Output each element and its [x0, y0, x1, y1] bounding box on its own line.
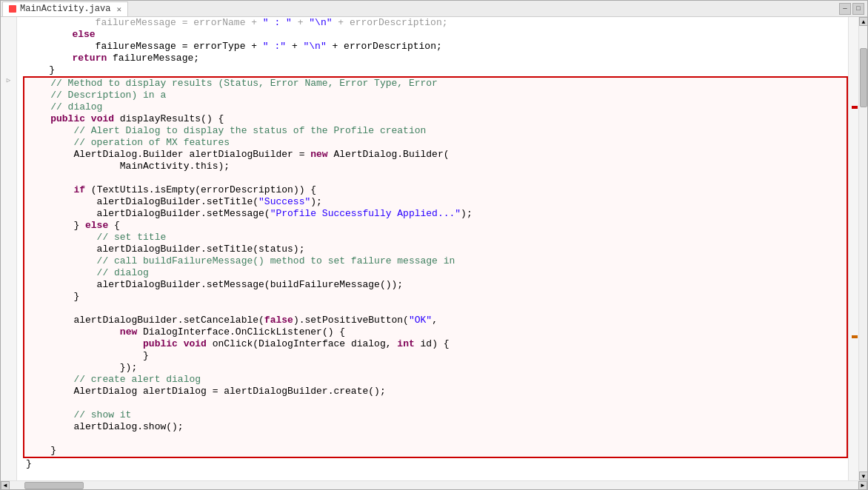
- code-line: public void onClick(DialogInterface dial…: [24, 338, 847, 350]
- code-area[interactable]: failureMessage = errorName + " : " + "\n…: [17, 17, 848, 480]
- code-line: MainActivity.this);: [24, 161, 847, 172]
- scroll-up-button[interactable]: ▲: [859, 17, 867, 26]
- code-line: new DialogInterface.OnClickListener() {: [24, 326, 847, 338]
- highlighted-code-block: // Method to display results (Status, Er…: [23, 76, 848, 458]
- code-line: // dialog: [24, 267, 847, 279]
- code-line: } else {: [24, 220, 847, 232]
- scroll-right-button[interactable]: ▶: [858, 481, 867, 490]
- fold-marker[interactable]: ▷: [7, 76, 10, 84]
- code-line: AlertDialog alertDialog = alertDialogBui…: [24, 386, 847, 397]
- tab-close-button[interactable]: ✕: [116, 4, 121, 14]
- overview-ruler: [848, 17, 858, 480]
- code-line: // set title: [24, 232, 847, 244]
- code-line: [24, 303, 847, 315]
- scrollbar-thumb[interactable]: [860, 48, 867, 107]
- code-line: return failureMessage;: [23, 53, 848, 64]
- pre-code-block: failureMessage = errorName + " : " + "\n…: [23, 17, 848, 76]
- java-file-icon: [9, 5, 16, 13]
- window-controls: ─ □: [839, 3, 867, 15]
- tab-bar: MainActivity.java ✕ ─ □: [1, 1, 867, 17]
- scrollbar-track: [859, 26, 867, 471]
- code-line: failureMessage = errorType + " :" + "\n"…: [23, 41, 848, 53]
- code-line: // create alert dialog: [24, 374, 847, 386]
- code-line: alertDialogBuilder.setTitle(status);: [24, 244, 847, 255]
- maximize-button[interactable]: □: [852, 3, 864, 15]
- code-line: if (TextUtils.isEmpty(errorDescription))…: [24, 184, 847, 196]
- warning-marker: [852, 335, 858, 338]
- code-line: else: [23, 29, 848, 41]
- code-line: alertDialogBuilder.setCancelable(false).…: [24, 315, 847, 326]
- minimize-button[interactable]: ─: [839, 3, 851, 15]
- code-line: [24, 172, 847, 184]
- code-line: // call buildFailureMessage() method to …: [24, 255, 847, 267]
- right-scrollbar[interactable]: ▲ ▼: [858, 17, 867, 480]
- code-line: }: [23, 64, 848, 76]
- code-content: failureMessage = errorName + " : " + "\n…: [17, 17, 848, 470]
- scroll-down-button[interactable]: ▼: [859, 471, 867, 480]
- code-line: }: [24, 445, 847, 457]
- code-line: // operation of MX features: [24, 137, 847, 149]
- code-line: alertDialogBuilder.setMessage("Profile S…: [24, 208, 847, 220]
- code-line: // Description) in a: [24, 90, 847, 101]
- code-line: AlertDialog.Builder alertDialogBuilder =…: [24, 149, 847, 161]
- error-marker: [852, 106, 858, 109]
- code-line: public void displayResults() {: [24, 113, 847, 125]
- code-line: alertDialogBuilder.setTitle("Success");: [24, 196, 847, 208]
- code-line: // Method to display results (Status, Er…: [24, 78, 847, 90]
- code-line: }: [24, 291, 847, 303]
- main-activity-tab[interactable]: MainActivity.java ✕: [2, 1, 128, 16]
- code-line: alertDialogBuilder.setMessage(buildFailu…: [24, 279, 847, 291]
- code-line: // Alert Dialog to display the status of…: [24, 125, 847, 137]
- code-line: // dialog: [24, 101, 847, 113]
- post-code-block: }: [23, 458, 848, 470]
- left-gutter: ▷: [1, 17, 17, 480]
- code-line: [24, 433, 847, 445]
- editor-body: ▷ failureMessage = errorName + " : " + "…: [1, 17, 867, 480]
- h-scrollbar-track: [10, 481, 858, 490]
- bottom-scrollbar[interactable]: ◀ ▶: [1, 480, 867, 489]
- h-scrollbar-thumb[interactable]: [24, 482, 84, 489]
- code-line: }: [23, 458, 848, 470]
- editor-window: MainActivity.java ✕ ─ □ ▷: [0, 0, 868, 490]
- code-line: // show it: [24, 409, 847, 421]
- code-line: [24, 397, 847, 409]
- code-line: });: [24, 362, 847, 374]
- code-line: }: [24, 350, 847, 362]
- code-line: alertDialog.show();: [24, 421, 847, 433]
- scroll-left-button[interactable]: ◀: [1, 481, 10, 490]
- code-line: failureMessage = errorName + " : " + "\n…: [23, 17, 848, 29]
- tab-label: MainActivity.java: [20, 4, 110, 14]
